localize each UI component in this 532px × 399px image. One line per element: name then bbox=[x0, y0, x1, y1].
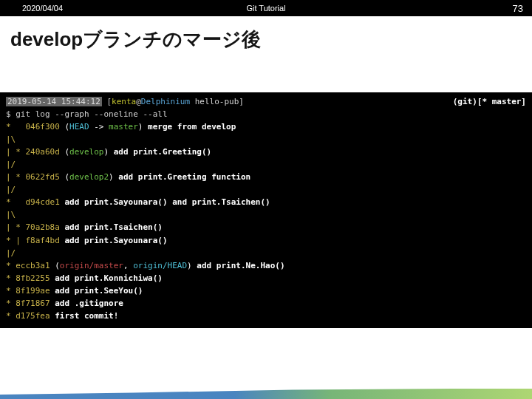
git-log-line: |/ bbox=[6, 247, 526, 259]
git-status-indicator: (git)[* master] bbox=[453, 95, 526, 108]
decorative-footer-stripe bbox=[0, 389, 532, 399]
git-log-line: |\ bbox=[6, 133, 526, 146]
terminal-prompt-info: 2019-05-14 15:44:12 [kenta@Delphinium he… bbox=[6, 95, 244, 108]
prompt-host: Delphinium bbox=[141, 97, 190, 106]
header-page-number: 73 bbox=[513, 3, 523, 14]
slide-title: developブランチのマージ後 bbox=[0, 16, 532, 58]
git-log-line: * d94cde1 add print.Sayounara() and prin… bbox=[6, 196, 526, 208]
prompt-bracket-close: ] bbox=[239, 97, 244, 106]
git-log-line: * 8f71867 add .gitignore bbox=[6, 297, 526, 310]
prompt-dir: hello-pub bbox=[190, 97, 239, 106]
git-log-output: * 046f300 (HEAD -> master) merge from de… bbox=[6, 120, 526, 322]
git-log-line: * d175fea first commit! bbox=[6, 310, 526, 322]
git-log-line: * 046f300 (HEAD -> master) merge from de… bbox=[6, 120, 526, 133]
git-log-line: |\ bbox=[6, 208, 526, 221]
git-log-line: |/ bbox=[6, 183, 526, 196]
prompt-user: kenta bbox=[112, 97, 136, 106]
git-log-line: * | f8af4bd add print.Sayounara() bbox=[6, 234, 526, 247]
prompt-time: 2019-05-14 15:44:12 bbox=[7, 97, 100, 106]
header-date: 2020/04/04 bbox=[22, 4, 63, 13]
git-log-line: |/ bbox=[6, 158, 526, 171]
terminal-command: $ git log --graph --oneline --all bbox=[6, 108, 526, 120]
git-log-line: * eccb3a1 (origin/master, origin/HEAD) a… bbox=[6, 259, 526, 272]
git-log-line: | * 240a60d (develop) add print.Greeting… bbox=[6, 146, 526, 158]
header-title: Git Tutorial bbox=[246, 4, 285, 13]
prompt-at: @ bbox=[136, 97, 141, 106]
git-log-line: * 8f199ae add print.SeeYou() bbox=[6, 284, 526, 297]
terminal-prompt-row: 2019-05-14 15:44:12 [kenta@Delphinium he… bbox=[6, 95, 526, 108]
terminal-output: 2019-05-14 15:44:12 [kenta@Delphinium he… bbox=[0, 92, 532, 328]
slide-header: 2020/04/04 Git Tutorial 73 bbox=[0, 0, 532, 16]
git-log-line: | * 70a2b8a add print.Tsaichen() bbox=[6, 221, 526, 233]
git-log-line: * 8fb2255 add print.Konnichiwa() bbox=[6, 272, 526, 284]
git-log-line: | * 0622fd5 (develop2) add print.Greetin… bbox=[6, 171, 526, 183]
